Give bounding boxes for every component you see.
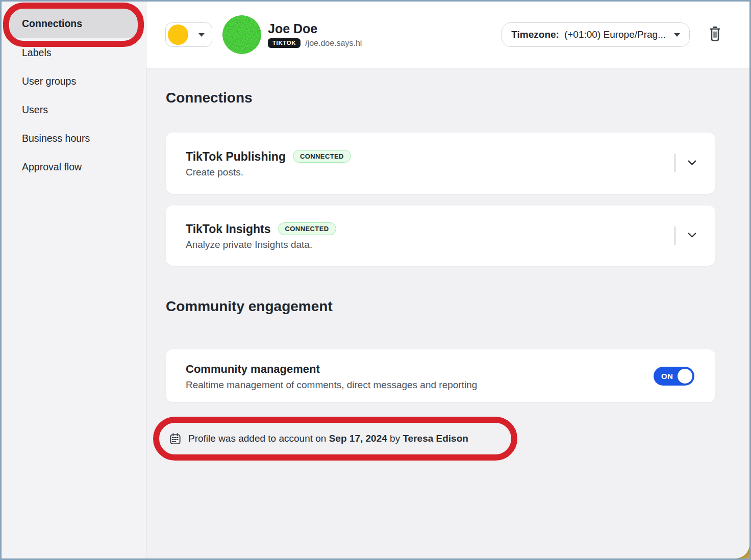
chevron-down-icon bbox=[686, 157, 698, 170]
chevron-down-icon bbox=[674, 33, 680, 37]
calendar-icon bbox=[169, 432, 182, 445]
note-mid: by bbox=[387, 433, 403, 444]
sidebar-item-labels[interactable]: Labels bbox=[2, 38, 146, 67]
profile-switcher-dropdown[interactable] bbox=[165, 22, 212, 47]
sidebar-item-label: Labels bbox=[22, 47, 51, 59]
note-author: Teresa Edison bbox=[403, 433, 468, 444]
card-description: Realtime management of comments, direct … bbox=[186, 379, 477, 391]
app-window: Connections Labels User groups Users Bus… bbox=[2, 2, 749, 558]
connection-card-tiktok-insights: TikTok Insights CONNECTED Analyze privat… bbox=[166, 206, 715, 266]
chevron-down-icon bbox=[686, 229, 698, 242]
community-engagement-heading: Community engagement bbox=[166, 296, 715, 317]
note-date: Sep 17, 2024 bbox=[329, 433, 387, 444]
trash-icon bbox=[708, 26, 722, 44]
expand-card-button[interactable] bbox=[686, 157, 698, 170]
network-badge: TIKTOK bbox=[268, 38, 301, 48]
timezone-value: (+01:00) Europe/Prag... bbox=[564, 29, 666, 40]
profile-color-dot bbox=[168, 24, 188, 45]
card-title: Community management bbox=[186, 362, 320, 377]
status-badge: CONNECTED bbox=[278, 222, 336, 236]
sidebar-item-label: Business hours bbox=[22, 133, 90, 144]
chevron-down-icon bbox=[198, 33, 205, 37]
settings-sidebar: Connections Labels User groups Users Bus… bbox=[2, 2, 146, 558]
connections-heading: Connections bbox=[166, 89, 715, 107]
sidebar-item-business-hours[interactable]: Business hours bbox=[2, 124, 146, 152]
sidebar-item-approval-flow[interactable]: Approval flow bbox=[2, 152, 146, 181]
profile-header: Joe Doe TIKTOK /joe.doe.says.hi Timezone… bbox=[146, 2, 749, 68]
divider bbox=[674, 154, 675, 172]
avatar bbox=[222, 15, 261, 54]
sidebar-item-users[interactable]: Users bbox=[2, 95, 146, 124]
connection-card-tiktok-publishing: TikTok Publishing CONNECTED Create posts… bbox=[166, 133, 715, 194]
sidebar-item-label: Connections bbox=[22, 18, 82, 30]
sidebar-item-connections[interactable]: Connections bbox=[10, 9, 138, 38]
timezone-select[interactable]: Timezone: (+01:00) Europe/Prag... bbox=[502, 22, 690, 47]
status-badge: CONNECTED bbox=[293, 150, 351, 163]
connections-content: Connections TikTok Publishing CONNECTED … bbox=[146, 68, 749, 558]
sidebar-item-user-groups[interactable]: User groups bbox=[2, 67, 146, 95]
delete-profile-button[interactable] bbox=[708, 26, 722, 44]
profile-handle: /joe.doe.says.hi bbox=[305, 39, 362, 48]
toggle-state-label: ON bbox=[661, 372, 673, 380]
expand-card-button[interactable] bbox=[686, 229, 698, 242]
profile-added-note: Profile was added to account on Sep 17, … bbox=[188, 433, 468, 444]
screenshot-frame: Connections Labels User groups Users Bus… bbox=[0, 0, 751, 560]
profile-identity: Joe Doe TIKTOK /joe.doe.says.hi bbox=[268, 21, 362, 48]
card-description: Analyze private Insights data. bbox=[186, 239, 336, 250]
divider bbox=[674, 226, 675, 245]
toggle-knob bbox=[678, 369, 692, 384]
card-description: Create posts. bbox=[186, 167, 351, 178]
card-title: TikTok Publishing bbox=[186, 149, 286, 164]
annotation-highlight-note: Profile was added to account on Sep 17, … bbox=[153, 417, 517, 461]
profile-name: Joe Doe bbox=[268, 21, 362, 36]
community-management-toggle[interactable]: ON bbox=[654, 367, 694, 386]
sidebar-item-label: Users bbox=[22, 104, 48, 116]
note-prefix: Profile was added to account on bbox=[188, 433, 329, 444]
sidebar-item-label: User groups bbox=[22, 75, 76, 87]
card-title: TikTok Insights bbox=[186, 221, 271, 237]
community-management-card: Community management Realtime management… bbox=[166, 349, 715, 402]
main-panel: Joe Doe TIKTOK /joe.doe.says.hi Timezone… bbox=[146, 2, 749, 558]
timezone-label: Timezone: bbox=[511, 29, 559, 40]
sidebar-item-label: Approval flow bbox=[22, 161, 82, 173]
